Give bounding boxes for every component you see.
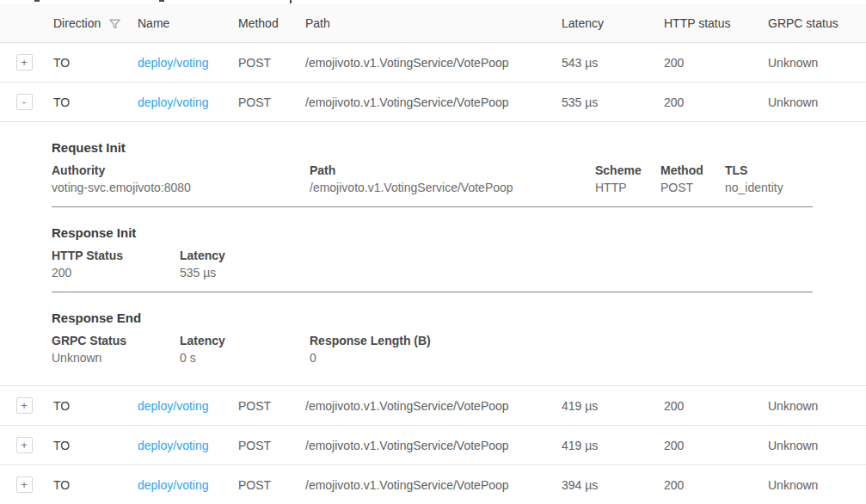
- clipped-text-fragment: [159, 0, 164, 2]
- direction-cell: TO: [48, 439, 132, 452]
- resource-link[interactable]: deploy/voting: [138, 439, 209, 452]
- request-init-section: Request Init Authority voting-svc.emojiv…: [52, 122, 813, 207]
- field-label: Method: [660, 163, 725, 181]
- field-value: 0 s: [180, 351, 310, 365]
- field-path: Path /emojivoto.v1.VotingService/VotePoo…: [310, 163, 595, 194]
- latency-cell: 419 µs: [556, 439, 659, 452]
- expanded-detail-panel: Request Init Authority voting-svc.emojiv…: [0, 122, 866, 386]
- http-status-cell: 200: [659, 399, 763, 413]
- field-grpc-status: GRPC Status Unknown: [52, 334, 180, 365]
- field-value: 200: [52, 266, 180, 280]
- method-cell: POST: [233, 439, 300, 452]
- clipped-text-fragment: [34, 0, 40, 2]
- expand-row-button[interactable]: +: [16, 437, 33, 453]
- latency-cell: 543 µs: [556, 56, 659, 70]
- field-latency: Latency 535 µs: [180, 249, 813, 280]
- field-label: Authority: [52, 163, 310, 181]
- table-header-row: Direction Name Method Path Latency HTTP …: [0, 4, 866, 43]
- section-title: Response End: [52, 292, 813, 334]
- expand-row-button[interactable]: +: [16, 54, 33, 71]
- section-title: Request Init: [52, 122, 813, 163]
- grpc-status-cell: Unknown: [763, 56, 866, 70]
- clipped-text-strip: [0, 0, 866, 4]
- resource-link[interactable]: deploy/voting: [138, 95, 209, 109]
- field-label: Path: [310, 163, 595, 181]
- http-status-cell: 200: [659, 95, 763, 109]
- field-value: HTTP: [595, 181, 660, 194]
- column-header-method: Method: [233, 16, 300, 30]
- direction-cell: TO: [48, 95, 132, 109]
- field-scheme: Scheme HTTP: [595, 163, 660, 194]
- collapse-row-button[interactable]: -: [16, 94, 33, 110]
- field-label: Scheme: [595, 163, 660, 181]
- path-cell: /emojivoto.v1.VotingService/VotePoop: [300, 439, 556, 452]
- field-tls: TLS no_identity: [725, 163, 813, 194]
- field-value: Unknown: [52, 351, 180, 365]
- resource-link[interactable]: deploy/voting: [138, 56, 209, 70]
- field-value: 535 µs: [180, 266, 813, 280]
- tap-table: Direction Name Method Path Latency HTTP …: [0, 4, 866, 504]
- field-label: GRPC Status: [52, 334, 180, 351]
- column-header-path: Path: [300, 16, 556, 30]
- resource-link[interactable]: deploy/voting: [138, 399, 209, 413]
- column-header-direction: Direction: [48, 16, 132, 30]
- grpc-status-cell: Unknown: [763, 439, 866, 452]
- response-init-section: Response Init HTTP Status 200 Latency 53…: [52, 207, 813, 292]
- field-label: TLS: [725, 163, 813, 181]
- column-header-name: Name: [132, 16, 233, 30]
- latency-cell: 394 µs: [556, 478, 659, 492]
- expand-row-button[interactable]: +: [16, 397, 33, 414]
- field-value: voting-svc.emojivoto:8080: [52, 181, 310, 194]
- method-cell: POST: [233, 95, 300, 109]
- field-authority: Authority voting-svc.emojivoto:8080: [52, 163, 310, 194]
- filter-icon[interactable]: [108, 17, 121, 30]
- http-status-cell: 200: [659, 478, 763, 492]
- http-status-cell: 200: [659, 439, 763, 452]
- column-header-http-status: HTTP status: [659, 16, 763, 30]
- response-end-section: Response End GRPC Status Unknown Latency…: [52, 292, 813, 365]
- field-value: 0: [310, 351, 813, 365]
- grpc-status-cell: Unknown: [763, 478, 866, 492]
- path-cell: /emojivoto.v1.VotingService/VotePoop: [300, 95, 556, 109]
- direction-header-label: Direction: [53, 16, 101, 30]
- clipped-text-fragment: [290, 0, 292, 3]
- http-status-cell: 200: [659, 56, 763, 70]
- field-label: Response Length (B): [310, 334, 813, 351]
- method-cell: POST: [233, 478, 300, 492]
- table-row: + TO deploy/voting POST /emojivoto.v1.Vo…: [0, 465, 866, 504]
- field-value: no_identity: [725, 181, 813, 194]
- field-value: POST: [660, 181, 725, 194]
- grpc-status-cell: Unknown: [763, 95, 866, 109]
- latency-cell: 419 µs: [556, 399, 659, 413]
- table-row: + TO deploy/voting POST /emojivoto.v1.Vo…: [0, 386, 866, 426]
- table-row-expanded: - TO deploy/voting POST /emojivoto.v1.Vo…: [0, 83, 866, 122]
- field-label: Latency: [180, 334, 310, 351]
- path-cell: /emojivoto.v1.VotingService/VotePoop: [300, 399, 556, 413]
- field-value: /emojivoto.v1.VotingService/VotePoop: [310, 181, 595, 194]
- direction-cell: TO: [48, 478, 132, 492]
- field-label: Latency: [180, 249, 813, 266]
- field-http-status: HTTP Status 200: [52, 249, 180, 280]
- path-cell: /emojivoto.v1.VotingService/VotePoop: [300, 478, 556, 492]
- path-cell: /emojivoto.v1.VotingService/VotePoop: [300, 56, 556, 70]
- resource-link[interactable]: deploy/voting: [138, 478, 209, 492]
- table-row: + TO deploy/voting POST /emojivoto.v1.Vo…: [0, 426, 866, 465]
- field-method: Method POST: [660, 163, 725, 194]
- column-header-grpc-status: GRPC status: [763, 16, 866, 30]
- field-response-length: Response Length (B) 0: [310, 334, 813, 365]
- field-latency: Latency 0 s: [180, 334, 310, 365]
- field-label: HTTP Status: [52, 249, 180, 266]
- grpc-status-cell: Unknown: [763, 399, 866, 413]
- table-row: + TO deploy/voting POST /emojivoto.v1.Vo…: [0, 43, 866, 83]
- method-cell: POST: [233, 399, 300, 413]
- latency-cell: 535 µs: [556, 95, 659, 109]
- column-header-latency: Latency: [556, 16, 659, 30]
- direction-cell: TO: [48, 399, 132, 413]
- method-cell: POST: [233, 56, 300, 70]
- direction-cell: TO: [48, 56, 132, 70]
- expand-row-button[interactable]: +: [16, 476, 33, 493]
- section-title: Response Init: [52, 207, 813, 249]
